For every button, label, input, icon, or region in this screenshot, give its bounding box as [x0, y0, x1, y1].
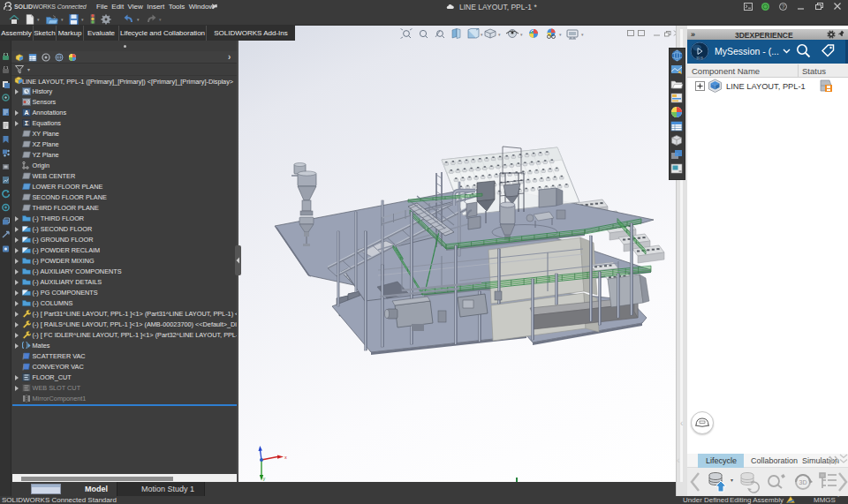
- svg-text:x: x: [284, 455, 287, 460]
- svg-text:3DS: 3DS: [696, 56, 703, 60]
- svg-text:▾: ▾: [559, 32, 562, 37]
- svg-text:▾: ▾: [520, 32, 523, 37]
- svg-text:?: ?: [782, 4, 785, 10]
- svg-text:▾: ▾: [581, 32, 584, 37]
- svg-text:▾: ▾: [498, 32, 501, 37]
- svg-text:y: y: [263, 476, 266, 481]
- svg-text:Σ: Σ: [25, 120, 28, 126]
- svg-text:▾: ▾: [481, 32, 483, 37]
- svg-text:A: A: [24, 109, 28, 116]
- svg-text:3D: 3D: [799, 479, 807, 485]
